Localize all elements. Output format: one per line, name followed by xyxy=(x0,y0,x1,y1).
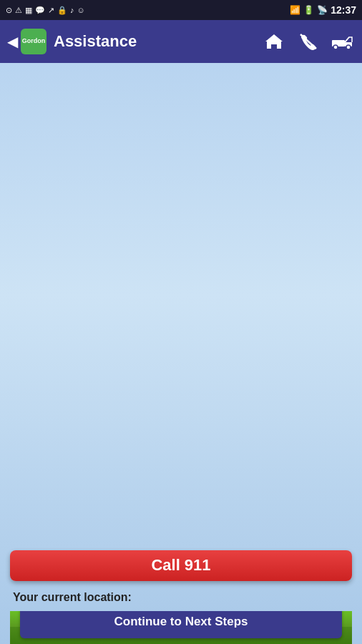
app-title: Assistance xyxy=(54,32,262,51)
arrow-icon: ↗ xyxy=(48,6,54,15)
back-icon[interactable]: ◀ xyxy=(7,33,18,50)
svg-point-4 xyxy=(346,45,351,49)
svg-point-3 xyxy=(333,45,338,49)
status-right-icons: 📶 🔋 📡 12:37 xyxy=(290,4,356,16)
app-logo: Gordon xyxy=(21,29,47,54)
status-bar: ⊙ ⚠ ▦ 💬 ↗ 🔒 ♪ ☺ 📶 🔋 📡 12:37 xyxy=(0,0,362,20)
location-label: Your current location: xyxy=(10,591,132,604)
app-bar: ◀ Gordon Assistance xyxy=(0,20,362,63)
svg-line-5 xyxy=(345,37,349,42)
chat-icon: 💬 xyxy=(35,6,45,15)
phone-cancel-icon[interactable] xyxy=(296,29,321,54)
tow-truck-icon[interactable] xyxy=(331,29,355,54)
home-icon[interactable] xyxy=(262,29,286,54)
status-left-icons: ⊙ ⚠ ▦ 💬 ↗ 🔒 ♪ ☺ xyxy=(6,6,85,15)
call-911-button[interactable]: Call 911 xyxy=(10,550,352,581)
wifi-icon: 📶 xyxy=(290,5,300,15)
status-time: 12:37 xyxy=(331,4,356,16)
lock-icon: 🔒 xyxy=(57,6,67,15)
grid-icon: ▦ xyxy=(25,6,32,15)
smiley-icon: ☺ xyxy=(77,6,85,14)
signal-icon: 📡 xyxy=(317,5,328,15)
app-bar-actions xyxy=(262,29,355,54)
main-content: Call 911 Your current location: xyxy=(0,63,362,644)
battery-icon: 🔋 xyxy=(303,5,314,15)
warning-icon: ⚠ xyxy=(15,6,22,15)
music-icon: ♪ xyxy=(70,6,74,14)
continue-button[interactable]: Continue to Next Steps xyxy=(20,611,342,638)
grass-container: Continue to Next Steps xyxy=(10,611,352,644)
alarm-icon: ⊙ xyxy=(6,6,12,15)
